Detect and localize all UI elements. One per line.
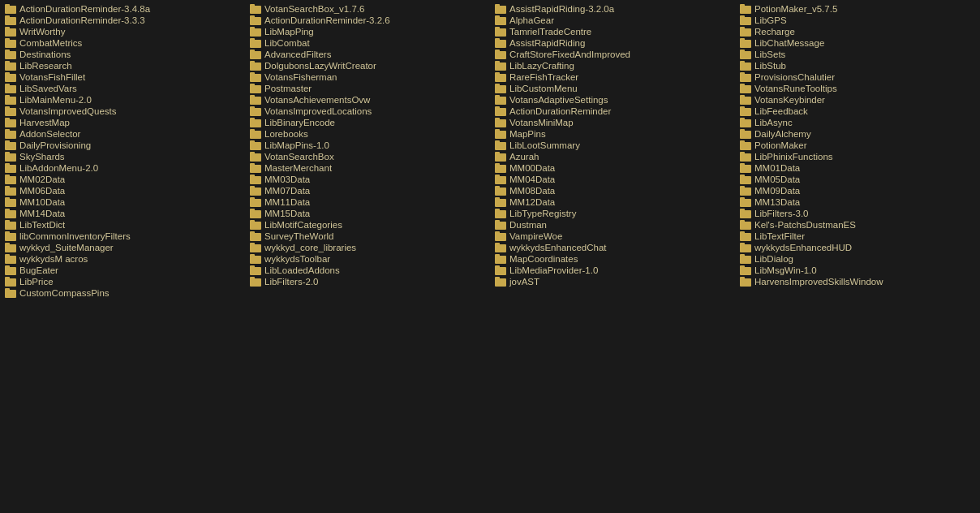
list-item[interactable]: VotansKeybinder — [735, 94, 980, 106]
list-item[interactable]: Dustman — [490, 219, 735, 231]
list-item[interactable]: Postmaster — [245, 83, 490, 94]
list-item[interactable]: VotanSearchBox_v1.7.6 — [245, 3, 490, 15]
list-item[interactable]: MM08Data — [490, 185, 735, 196]
list-item[interactable]: MM04Data — [490, 174, 735, 185]
list-item[interactable]: Azurah — [490, 151, 735, 162]
list-item[interactable]: WritWorthy — [0, 26, 245, 37]
list-item[interactable]: LibTypeRegistry — [490, 208, 735, 219]
list-item[interactable]: LibLoadedAddons — [245, 265, 490, 276]
list-item[interactable]: MapPins — [490, 128, 735, 140]
list-item[interactable]: LibTextFilter — [735, 231, 980, 242]
list-item[interactable]: Destinations — [0, 49, 245, 60]
list-item[interactable]: LibMsgWin-1.0 — [735, 265, 980, 276]
list-item[interactable]: wykkydsM acros — [0, 253, 245, 265]
list-item[interactable]: VampireWoe — [490, 231, 735, 242]
list-item[interactable]: LibSets — [735, 49, 980, 60]
list-item[interactable]: SkyShards — [0, 151, 245, 162]
list-item[interactable]: VotansRuneTooltips — [735, 83, 980, 94]
list-item[interactable]: LibFeedback — [735, 106, 980, 117]
list-item[interactable]: VotansImprovedQuests — [0, 106, 245, 117]
list-item[interactable]: LibLazyCrafting — [490, 60, 735, 71]
list-item[interactable]: MM06Data — [0, 185, 245, 196]
list-item[interactable]: VotansAchievementsOvw — [245, 94, 490, 106]
list-item[interactable]: VotansFisherman — [245, 71, 490, 83]
list-item[interactable]: Kel's-PatchsDustmanES — [735, 219, 980, 231]
list-item[interactable]: LibMotifCategories — [245, 219, 490, 231]
list-item[interactable]: LibAsync — [735, 117, 980, 128]
list-item[interactable]: CraftStoreFixedAndImproved — [490, 49, 735, 60]
list-item[interactable]: LibMainMenu-2.0 — [0, 94, 245, 106]
list-item[interactable]: LibCustomMenu — [490, 83, 735, 94]
list-item[interactable]: LibMapPing — [245, 26, 490, 37]
list-item[interactable]: ActionDurationReminder — [490, 106, 735, 117]
list-item[interactable]: MM05Data — [735, 174, 980, 185]
list-item[interactable]: LibMapPins-1.0 — [245, 140, 490, 151]
list-item[interactable]: Lorebooks — [245, 128, 490, 140]
list-item[interactable]: LibPhinixFunctions — [735, 151, 980, 162]
list-item[interactable]: wykkydsEnhancedHUD — [735, 242, 980, 253]
list-item[interactable]: BugEater — [0, 265, 245, 276]
list-item[interactable]: MM15Data — [245, 208, 490, 219]
list-item[interactable]: LibMediaProvider-1.0 — [490, 265, 735, 276]
list-item[interactable]: AdvancedFilters — [245, 49, 490, 60]
list-item[interactable]: AssistRapidRiding — [490, 37, 735, 49]
list-item[interactable]: LibLootSummary — [490, 140, 735, 151]
list-item[interactable]: LibGPS — [735, 15, 980, 26]
list-item[interactable]: MM14Data — [0, 208, 245, 219]
list-item[interactable]: DailyProvisioning — [0, 140, 245, 151]
list-item[interactable]: wykkydsToolbar — [245, 253, 490, 265]
list-item[interactable]: HarvestMap — [0, 117, 245, 128]
list-item[interactable]: MM12Data — [490, 196, 735, 208]
list-item[interactable]: LibChatMessage — [735, 37, 980, 49]
list-item[interactable]: MM09Data — [735, 185, 980, 196]
list-item[interactable]: LibAddonMenu-2.0 — [0, 162, 245, 174]
list-item[interactable]: MM11Data — [245, 196, 490, 208]
list-item[interactable]: MM02Data — [0, 174, 245, 185]
list-item[interactable]: jovAST — [490, 276, 735, 287]
list-item[interactable]: MM01Data — [735, 162, 980, 174]
list-item[interactable]: VotansAdaptiveSettings — [490, 94, 735, 106]
list-item[interactable]: LibPrice — [0, 276, 245, 287]
list-item[interactable]: RareFishTracker — [490, 71, 735, 83]
list-item[interactable]: LibFilters-2.0 — [245, 276, 490, 287]
list-item[interactable]: wykkyd_SuiteManager — [0, 242, 245, 253]
list-item[interactable]: LibStub — [735, 60, 980, 71]
list-item[interactable]: ActionDurationReminder-3.4.8a — [0, 3, 245, 15]
list-item[interactable]: MM00Data — [490, 162, 735, 174]
list-item[interactable]: VotansFishFillet — [0, 71, 245, 83]
list-item[interactable]: Recharge — [735, 26, 980, 37]
list-item[interactable]: MapCoordinates — [490, 253, 735, 265]
list-item[interactable]: SurveyTheWorld — [245, 231, 490, 242]
list-item[interactable]: LibBinaryEncode — [245, 117, 490, 128]
list-item[interactable]: libCommonInventoryFilters — [0, 231, 245, 242]
list-item[interactable]: wykkydsEnhancedChat — [490, 242, 735, 253]
list-item[interactable]: MM10Data — [0, 196, 245, 208]
list-item[interactable]: MM07Data — [245, 185, 490, 196]
list-item[interactable]: TamrielTradeCentre — [490, 26, 735, 37]
list-item[interactable]: CustomCompassPins — [0, 287, 245, 299]
list-item[interactable]: ActionDurationReminder-3.3.3 — [0, 15, 245, 26]
list-item[interactable]: LibCombat — [245, 37, 490, 49]
list-item[interactable]: VotanSearchBox — [245, 151, 490, 162]
list-item[interactable]: PotionMaker_v5.7.5 — [735, 3, 980, 15]
list-item[interactable]: PotionMaker — [735, 140, 980, 151]
list-item[interactable]: AlphaGear — [490, 15, 735, 26]
list-item[interactable]: AssistRapidRiding-3.2.0a — [490, 3, 735, 15]
list-item[interactable]: LibDialog — [735, 253, 980, 265]
list-item[interactable]: LibResearch — [0, 60, 245, 71]
list-item[interactable]: MM03Data — [245, 174, 490, 185]
list-item[interactable]: DailyAlchemy — [735, 128, 980, 140]
list-item[interactable]: MM13Data — [735, 196, 980, 208]
list-item[interactable]: wykkyd_core_libraries — [245, 242, 490, 253]
list-item[interactable]: DolgubonsLazyWritCreator — [245, 60, 490, 71]
list-item[interactable]: LibTextDict — [0, 219, 245, 231]
list-item[interactable]: ProvisionsChalutier — [735, 71, 980, 83]
list-item[interactable]: VotansMiniMap — [490, 117, 735, 128]
list-item[interactable]: LibFilters-3.0 — [735, 208, 980, 219]
list-item[interactable]: VotansImprovedLocations — [245, 106, 490, 117]
list-item[interactable]: LibSavedVars — [0, 83, 245, 94]
list-item[interactable]: AddonSelector — [0, 128, 245, 140]
list-item[interactable]: MasterMerchant — [245, 162, 490, 174]
list-item[interactable]: HarvensImprovedSkillsWindow — [735, 276, 980, 287]
list-item[interactable]: CombatMetrics — [0, 37, 245, 49]
